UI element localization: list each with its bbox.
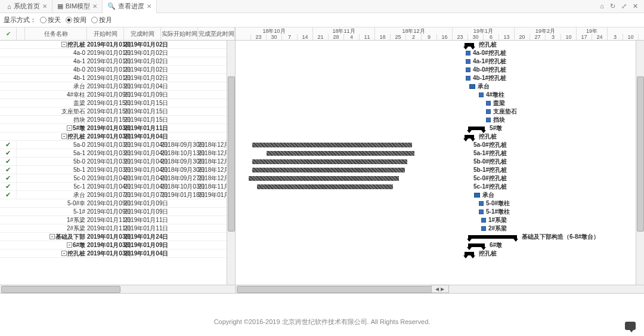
expand-icon[interactable]: - [61,251,67,256]
table-row[interactable]: -6#墩2019年01月03日2019年01月09日 [0,241,235,249]
table-row[interactable]: ✔5b-12019年01月03日2019年01月04日2018年09月30日20… [0,166,235,174]
gantt-task[interactable]: 5a-0#挖孔桩 [252,141,412,149]
gantt-label: 5b-1#挖孔桩 [473,166,507,174]
gantt-task[interactable]: 6#墩 [468,241,485,249]
table-row[interactable]: 盖梁2019年01月15日2019年01月15日 [0,99,235,107]
table-row[interactable]: 4#幸柱2019年01月09日2019年01月09日 [0,91,235,99]
gantt-task[interactable]: 5-1#墩柱 [479,208,510,216]
end-cell: 2019年01月04日 [124,132,161,141]
gantt-task[interactable]: 1#系梁 [481,216,507,224]
left-horizontal-scrollbar[interactable] [0,285,235,293]
table-row[interactable]: -挖孔桩2019年01月01日2019年01月02日 [0,41,235,49]
task-image-icon [474,193,480,198]
expand-icon[interactable]: - [67,125,72,131]
gantt-task[interactable]: 挖孔桩 [465,249,474,258]
close-icon[interactable]: ✕ [633,2,638,10]
col-actual-end[interactable]: 完成至此时间 [198,27,235,40]
gantt-task[interactable]: 5b-0#挖孔桩 [252,158,407,166]
col-start[interactable]: 开始时间 [87,27,124,40]
tab-close-icon[interactable]: ✕ [42,3,47,10]
table-row[interactable]: 5-0#幸2019年01月09日2019年01月09日 [0,199,235,208]
table-row[interactable]: 承台2019年01月03日2019年01月04日 [0,82,235,91]
tab-BIM模型[interactable]: ▦BIM模型✕ [52,0,103,13]
gantt-task[interactable]: 2#系梁 [481,224,507,233]
table-row[interactable]: ✔承台2019年01月07日2019年01月07日2019年01月18日2019… [0,191,235,199]
expand-icon[interactable]: - [61,42,67,47]
gantt-task[interactable]: 5c-1#挖孔桩 [257,183,393,191]
gantt-chart[interactable]: 挖孔桩4a-0#挖孔桩4a-1#挖孔桩4b-0#挖孔桩4b-1#挖孔桩承台4#墩… [236,41,644,285]
tab-close-icon[interactable]: ✕ [92,3,97,10]
gantt-task[interactable]: 4#墩柱 [479,91,504,99]
table-row[interactable]: 4b-02019年01月01日2019年01月02日 [0,66,235,74]
table-row[interactable]: 支座垫石2019年01月15日2019年01月15日 [0,107,235,116]
table-row[interactable]: -基础及下部2019年01月03日2019年01月24日 [0,233,235,241]
tab-icon: ▦ [57,2,63,10]
checkmark-icon: ✔ [5,183,11,190]
radio-按月[interactable]: 按月 [91,16,112,24]
left-vertical-scrollbar[interactable] [227,41,235,285]
gantt-task[interactable]: 4a-0#挖孔桩 [466,49,506,57]
gantt-task[interactable]: 承台 [474,191,494,199]
gantt-task[interactable]: 5b-1#挖孔桩 [252,166,405,174]
end-cell: 2019年01月15日 [124,107,161,116]
expand-icon[interactable]: - [49,234,55,239]
tab-系统首页[interactable]: ⌂系统首页✕ [2,0,52,13]
task-table-body[interactable]: -挖孔桩2019年01月01日2019年01月02日4a-02019年01月01… [0,41,235,285]
table-row[interactable]: -5#墩2019年01月03日2019年01月11日 [0,124,235,132]
table-row[interactable]: ✔5a-02019年01月03日2019年01月04日2018年09月30日20… [0,141,235,149]
gantt-label: 承台 [478,82,490,91]
start-cell: 2019年01月03日 [87,241,124,249]
gantt-task[interactable]: 5-0#墩柱 [479,199,510,208]
check-header-icon[interactable]: ✔ [0,27,17,40]
col-end[interactable]: 完成时间 [124,27,161,40]
tab-label: 系统首页 [14,2,40,11]
gantt-task[interactable]: 盖梁 [486,99,505,107]
table-row[interactable]: -挖孔桩2019年01月03日2019年01月04日 [0,249,235,258]
table-row[interactable]: ✔5a-12019年01月03日2019年01月04日2018年10月13日20… [0,149,235,158]
task-name-cell: 挡块 [25,116,87,124]
gantt-task[interactable]: 承台 [469,82,490,91]
gantt-task[interactable]: 挖孔桩 [465,41,474,49]
table-row[interactable]: 4b-12019年01月01日2019年01月02日 [0,74,235,82]
table-row[interactable]: ✔5b-02019年01月03日2019年01月04日2018年09月30日20… [0,158,235,166]
fullscreen-icon[interactable]: ⤢ [621,2,627,10]
task-name-cell: 4#幸柱 [25,91,87,99]
table-row[interactable]: 1#系梁2019年01月11日2019年01月11日 [0,216,235,224]
task-name-cell: 4b-0 [25,66,87,73]
chat-icon[interactable] [625,322,636,330]
table-row[interactable]: 5-1#2019年01月09日2019年01月09日 [0,208,235,216]
home-icon[interactable]: ⌂ [600,2,604,10]
splitter-handle[interactable]: ◀ ▶ [431,285,449,293]
table-row[interactable]: 挡块2019年01月15日2019年01月15日 [0,116,235,124]
refresh-icon[interactable]: ↻ [610,2,615,10]
gantt-task[interactable]: 挖孔桩 [465,132,474,141]
gantt-task[interactable]: 支座垫石 [486,107,517,116]
right-vertical-scrollbar[interactable] [636,41,644,285]
gantt-task[interactable]: 基础及下部构造（6-8#墩台） [468,233,517,241]
radio-按天[interactable]: 按天 [40,16,61,24]
expand-icon[interactable]: - [61,134,67,139]
table-row[interactable]: 4a-02019年01月01日2019年01月02日 [0,49,235,57]
table-row[interactable]: -挖孔桩2019年01月03日2019年01月04日 [0,132,235,141]
gantt-task[interactable]: 5#墩 [468,124,485,132]
table-row[interactable]: 4a-12019年01月01日2019年01月02日 [0,57,235,66]
col-task-name[interactable]: 任务名称 [25,27,87,40]
tab-查看进度[interactable]: 🔍查看进度✕ [103,0,157,13]
gantt-task[interactable]: 4b-1#挖孔桩 [466,74,506,82]
day-header: 28 [329,34,344,40]
table-row[interactable]: ✔5c-02019年01月04日2019年01月04日2018年09月27日20… [0,174,235,183]
start-cell: 2019年01月03日 [87,158,124,166]
expand-icon[interactable]: - [67,242,72,248]
gantt-task[interactable]: 4b-0#挖孔桩 [466,66,506,74]
table-row[interactable]: 2#系梁2019年01月11日2019年01月11日 [0,224,235,233]
gantt-task[interactable]: 挡块 [486,116,505,124]
table-row[interactable]: ✔5c-12019年01月04日2019年01月04日2018年10月03日20… [0,183,235,191]
gantt-task[interactable]: 4a-1#挖孔桩 [466,57,506,66]
day-header [236,34,251,40]
col-actual-start[interactable]: 实际开始时间 [161,27,198,40]
tab-close-icon[interactable]: ✕ [147,3,151,10]
task-name-cell: 盖梁 [25,99,87,107]
radio-按周[interactable]: 按周 [66,16,86,24]
gantt-task[interactable]: 5a-1#挖孔桩 [267,149,414,158]
gantt-task[interactable]: 5c-0#挖孔桩 [249,174,399,183]
